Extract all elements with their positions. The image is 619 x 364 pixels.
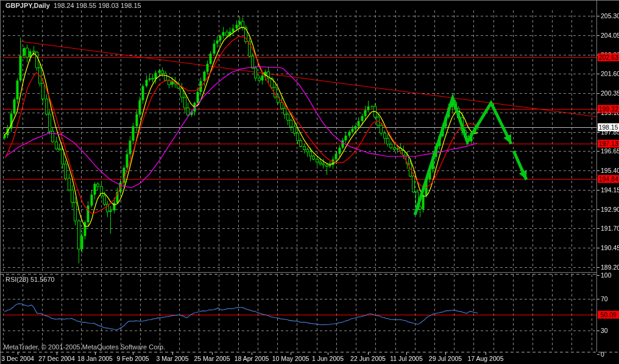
price-level-tag: 199.32 [598,105,619,113]
date-axis-label: 1 Jun 2005 [312,355,344,363]
date-axis-label: 25 Mar 2005 [194,355,230,363]
rsi-level-tag: 50.09 [598,310,619,318]
date-axis-label: 9 Feb 2005 [116,355,149,363]
rsi-axis-tick: 70 [601,295,608,303]
rsi-axis-tick: 100 [601,271,612,279]
date-axis-label: 18 Jan 2005 [77,355,113,363]
price-level-tag: 194.84 [598,175,619,183]
date-axis-label: 10 May 2005 [272,355,310,363]
date-axis-label: 3 Mar 2005 [156,355,188,363]
rsi-axis-tick: 30 [601,327,608,335]
price-axis-tick: 196.65 [601,147,619,155]
price-axis-tick: 201.60 [601,69,619,77]
date-axis-label: 3 Dec 2004 [1,355,34,363]
current-price-tag: 198.15 [598,124,619,131]
price-axis-tick: 205.30 [601,12,619,20]
price-axis-tick: 190.45 [601,243,619,251]
copyright-text: MetaTrader, © 2001-2005 MetaQuotes Softw… [4,343,165,351]
price-axis-tick: 204.05 [601,32,619,40]
price-axis-tick: 192.90 [601,206,619,214]
chart-symbol-timeframe: GBPJPY,Daily [5,2,50,9]
chart-title: GBPJPY,Daily 198.24 198.55 198.03 198.15 [5,2,141,10]
date-axis-label: 27 Dec 2004 [38,355,75,363]
price-axis-tick: 194.15 [601,186,619,194]
price-level-tag: 197.13 [598,139,619,147]
price-axis-tick: 191.70 [601,224,619,232]
price-level-tag: 202.63 [598,54,619,61]
date-axis-label: 17 Aug 2005 [468,355,504,363]
date-axis-label: 29 Jul 2005 [429,355,462,363]
chart-ohlc-quotes: 198.24 198.55 198.03 198.15 [54,2,141,9]
date-axis-label: 11 Jul 2005 [390,355,423,363]
price-axis-tick: 200.35 [601,89,619,97]
price-chart-canvas[interactable] [1,1,619,364]
metatrader-chart-window: GBPJPY,Daily 198.24 198.55 198.03 198.15… [0,0,619,364]
rsi-indicator-label: RSI(28) 51.5670 [5,276,55,284]
price-axis-tick: 195.40 [601,166,619,174]
price-axis-tick: 189.20 [601,263,619,271]
date-axis-label: 18 Apr 2005 [235,355,269,363]
rsi-axis-tick: 0 [601,351,604,359]
date-axis-label: 22 Jun 2005 [350,355,386,363]
